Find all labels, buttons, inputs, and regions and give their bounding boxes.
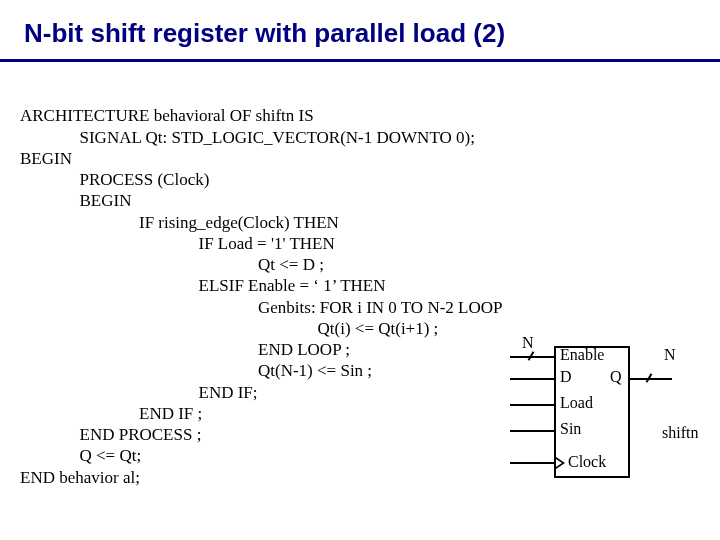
code-line: BEGIN — [20, 149, 72, 168]
code-line: Genbits: FOR i IN 0 TO N-2 LOOP — [20, 298, 502, 317]
wire-clock — [510, 462, 554, 464]
slide-title: N-bit shift register with parallel load … — [0, 0, 720, 59]
wire-enable — [510, 356, 554, 358]
clock-edge-icon — [556, 457, 565, 469]
block-diagram: N Enable D Load Sin Clock Q N shiftn — [486, 332, 706, 512]
code-line: END LOOP ; — [20, 340, 350, 359]
code-line: PROCESS (Clock) — [20, 170, 209, 189]
wire-d — [510, 378, 554, 380]
port-sin: Sin — [560, 420, 581, 438]
code-line: END PROCESS ; — [20, 425, 201, 444]
code-line: Qt <= D ; — [20, 255, 324, 274]
code-line: Qt(i) <= Qt(i+1) ; — [20, 319, 438, 338]
code-line: Qt(N-1) <= Sin ; — [20, 361, 372, 380]
code-line: BEGIN — [20, 191, 131, 210]
code-line: END IF ; — [20, 404, 202, 423]
wire-load — [510, 404, 554, 406]
port-q: Q — [610, 368, 622, 386]
code-line: Q <= Qt; — [20, 446, 141, 465]
code-line: SIGNAL Qt: STD_LOGIC_VECTOR(N-1 DOWNTO 0… — [20, 128, 475, 147]
port-load: Load — [560, 394, 593, 412]
code-line: IF Load = '1' THEN — [20, 234, 335, 253]
bus-width-n-left: N — [522, 334, 534, 352]
wire-q — [628, 378, 672, 380]
code-line: END IF; — [20, 383, 258, 402]
block-name: shiftn — [662, 424, 698, 442]
port-clock: Clock — [568, 453, 606, 471]
code-line: ARCHITECTURE behavioral OF shiftn IS — [20, 106, 314, 125]
code-line: ELSIF Enable = ‘ 1’ THEN — [20, 276, 385, 295]
port-enable: Enable — [560, 346, 604, 364]
wire-sin — [510, 430, 554, 432]
bus-width-n-right: N — [664, 346, 676, 364]
code-line: END behavior al; — [20, 468, 140, 487]
port-d: D — [560, 368, 572, 386]
code-line: IF rising_edge(Clock) THEN — [20, 213, 339, 232]
